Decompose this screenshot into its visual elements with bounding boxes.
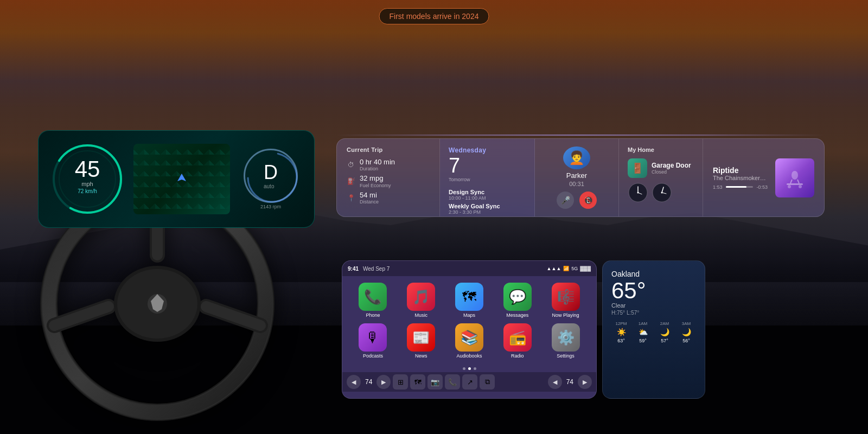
messages-label: Messages (506, 312, 528, 318)
svg-point-25 (788, 185, 791, 188)
podcasts-icon: 🎙 (359, 323, 387, 352)
home-item-status: Closed (652, 169, 691, 175)
cal-event2-time: 2:30 - 3:30 PM (449, 209, 526, 215)
podcasts-label: Podcasts (363, 353, 383, 359)
trip-distance-row: 📍 54 mi Distance (347, 192, 430, 205)
music-icon: 🎵 (407, 283, 435, 311)
weather-high: H:75° (611, 310, 625, 316)
speed-display: 45 mph 72 km/h (75, 158, 100, 194)
cp-app-radio[interactable]: 📻 Radio (495, 323, 539, 359)
weather-low: L:57° (627, 310, 639, 316)
music-progress: 1:53 -0:53 (713, 184, 768, 190)
cp-forward-button[interactable]: ▶ (376, 375, 391, 389)
rpm-value: 2143 rpm (260, 204, 281, 209)
album-art (775, 158, 814, 197)
cal-event1-name: Design Sync (449, 189, 526, 195)
cp-maps-button[interactable]: 🗺 (410, 374, 425, 390)
call-controls: 🎤 📵 (557, 192, 597, 209)
trip-fuel-value: 32 mpg (360, 175, 391, 182)
weather-hl: H:75° L:57° (611, 310, 696, 316)
caller-avatar: 🧑‍🦱 (563, 146, 590, 169)
clocks-row (628, 182, 694, 203)
cp-app-news[interactable]: 📰 News (399, 323, 443, 359)
call-duration: 00:31 (569, 181, 584, 187)
cp-app-settings[interactable]: ⚙️ Settings (544, 323, 588, 359)
forecast-temp-2: 59° (639, 338, 647, 343)
cp-phone-button[interactable]: 📞 (445, 374, 460, 390)
analog-clock-2 (652, 182, 672, 203)
music-artist: The Chainsmokers – So Far So Good (713, 175, 768, 181)
call-widget: 🧑‍🦱 Parker 00:31 🎤 📵 (535, 139, 619, 216)
hud-bar: Current Trip ⏱ 0 hr 40 min Duration ⛽ 32… (336, 138, 825, 217)
forecast-icon-3: 🌙 (660, 328, 669, 336)
news-icon: 📰 (407, 323, 435, 352)
svg-line-28 (790, 180, 792, 183)
trip-fuel-row: ⛽ 32 mpg Fuel Economy (347, 175, 430, 188)
cluster-map (133, 144, 230, 214)
hangup-button[interactable]: 📵 (579, 192, 597, 209)
trip-fuel-label: Fuel Economy (360, 183, 391, 188)
weather-city: Oakland (611, 270, 696, 278)
cp-carplay-button[interactable]: 📷 (427, 374, 443, 390)
cp-app-maps[interactable]: 🗺 Maps (448, 283, 492, 318)
nav-arrow (177, 174, 186, 184)
forecast-temp-4: 56° (682, 338, 690, 343)
instrument-cluster: 45 mph 72 km/h D auto 2143 rpm (38, 130, 315, 228)
weather-temp: 65° (611, 279, 696, 302)
light-strip (336, 135, 825, 136)
trip-distance-label: Distance (360, 199, 379, 205)
cp-share-button[interactable]: ↗ (462, 374, 477, 390)
forecast-time-2: 1AM (639, 321, 647, 326)
progress-fill (726, 186, 746, 188)
cp-app-music[interactable]: 🎵 Music (399, 283, 443, 318)
cp-right-forward-button[interactable]: ▶ (578, 375, 592, 389)
cp-dot-3 (474, 367, 476, 370)
nowplaying-label: Now Playing (552, 312, 579, 318)
cp-left-num: 74 (363, 378, 374, 386)
forecast-col-3: 2AM 🌙 57° (655, 321, 674, 343)
cal-day-name: Wednesday (449, 146, 526, 154)
cp-appgrid: 📞 Phone 🎵 Music 🗺 Maps 💬 Messages 🎼 Now … (342, 276, 596, 365)
maps-label: Maps (463, 312, 475, 318)
cp-page-dots (342, 365, 596, 372)
weather-desc: Clear (611, 302, 696, 309)
forecast-temp-1: 63° (617, 338, 625, 343)
gear-circle: D auto (244, 149, 298, 203)
announcement-badge: First models arrive in 2024 (379, 8, 489, 24)
phone-label: Phone (366, 312, 380, 318)
cellular-icon: 5G (571, 266, 578, 271)
news-label: News (415, 353, 427, 359)
cp-right-back-button[interactable]: ◀ (548, 375, 562, 389)
cal-day-num: 7 (449, 155, 526, 176)
trip-distance-value: 54 mi (360, 192, 379, 199)
forecast-col-1: 12PM ☀️ 63° (611, 321, 631, 343)
time-elapsed: 1:53 (713, 184, 723, 190)
music-widget: Riptide The Chainsmokers – So Far So Goo… (703, 139, 824, 216)
cp-back-button[interactable]: ◀ (347, 375, 361, 389)
fuel-icon: ⛽ (347, 177, 355, 186)
messages-icon: 💬 (503, 283, 532, 311)
cal-tomorrow: Tomorrow (449, 177, 526, 182)
trip-duration-value: 0 hr 40 min (360, 158, 395, 166)
forecast-col-4: 3AM 🌙 56° (676, 321, 696, 343)
time-remaining: -0:53 (756, 184, 768, 190)
cp-grid-button[interactable]: ⊞ (393, 374, 408, 390)
music-label: Music (414, 312, 427, 318)
svg-point-19 (637, 192, 639, 194)
mute-button[interactable]: 🎤 (557, 192, 574, 209)
cp-app-podcasts[interactable]: 🎙 Podcasts (351, 323, 395, 359)
cp-app-phone[interactable]: 📞 Phone (351, 283, 395, 318)
calendar-widget: Wednesday 7 Tomorrow Design Sync 10:00 -… (440, 139, 535, 216)
cp-dot-2 (468, 367, 471, 370)
garage-door-icon: 🚪 (628, 158, 647, 178)
cp-time: 9:41 (348, 266, 359, 272)
svg-point-23 (661, 192, 663, 194)
cp-app-audiobooks[interactable]: 📚 Audiobooks (448, 323, 492, 359)
cp-bottombar: ◀ 74 ▶ ⊞ 🗺 📷 📞 ↗ ⧉ ◀ 74 ▶ (342, 372, 596, 392)
trip-widget: Current Trip ⏱ 0 hr 40 min Duration ⛽ 32… (337, 139, 440, 216)
cp-app-nowplaying[interactable]: 🎼 Now Playing (544, 283, 588, 318)
cp-app-messages[interactable]: 💬 Messages (495, 283, 539, 318)
trip-duration-row: ⏱ 0 hr 40 min Duration (347, 158, 430, 171)
cp-switch-button[interactable]: ⧉ (480, 374, 495, 390)
svg-point-3 (248, 153, 297, 202)
